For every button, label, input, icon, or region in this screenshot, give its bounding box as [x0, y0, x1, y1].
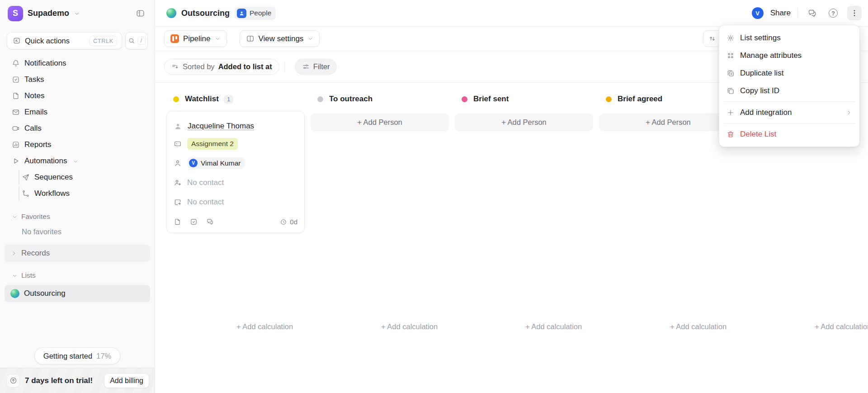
menu-item-copy-list-id[interactable]: Copy list ID: [722, 82, 857, 99]
note-icon[interactable]: [174, 218, 181, 226]
assignment-tag[interactable]: Assignment 2: [187, 138, 238, 150]
getting-started-button[interactable]: Getting started 17%: [34, 347, 120, 365]
lists-label: Lists: [21, 271, 36, 279]
user-avatar[interactable]: V: [752, 7, 764, 19]
add-person-button[interactable]: + Add Person: [455, 114, 593, 131]
column-header[interactable]: Brief agreed: [599, 90, 737, 108]
add-person-button[interactable]: + Add Person: [311, 114, 449, 131]
bell-icon: [12, 59, 20, 67]
person-card[interactable]: Jacqueline Thomas Assignment 2 V Vimal K…: [166, 111, 305, 233]
menu-item-delete-list[interactable]: Delete List: [722, 125, 857, 143]
card-footer: 0d: [174, 212, 297, 232]
column-header[interactable]: Watchlist 1: [166, 90, 305, 108]
menu-item-label: List settings: [740, 33, 781, 43]
column-name: Brief agreed: [618, 95, 662, 104]
grid-dots-icon: [726, 52, 735, 60]
chat-icon[interactable]: [805, 6, 819, 20]
report-icon: [12, 141, 20, 149]
sidebar-toggle-icon[interactable]: [133, 7, 147, 20]
trash-icon: [726, 130, 735, 138]
add-calculation-button[interactable]: + Add calculation: [381, 322, 438, 331]
sidebar-item-automations[interactable]: Automations: [5, 153, 150, 169]
menu-item-list-settings[interactable]: List settings: [722, 29, 857, 47]
add-billing-button[interactable]: Add billing: [104, 373, 149, 388]
sidebar-item-label: Emails: [24, 108, 47, 117]
help-icon[interactable]: ?: [826, 6, 840, 20]
view-settings-label: View settings: [259, 34, 304, 43]
status-dot: [173, 96, 179, 102]
sort-value: Added to list at: [218, 62, 272, 71]
filter-button[interactable]: Filter: [295, 59, 337, 75]
chevron-down-icon: [12, 273, 18, 279]
sorted-by-button[interactable]: Sorted by Added to list at: [164, 59, 279, 75]
sidebar-item-label: Tasks: [24, 75, 44, 84]
workspace-name[interactable]: Supademo: [28, 9, 69, 18]
column-name: Watchlist: [185, 95, 219, 104]
sidebar-item-notes[interactable]: Notes: [5, 88, 150, 104]
gear-icon: [726, 34, 735, 42]
sidebar-item-label: Calls: [24, 124, 42, 133]
chevron-down-icon: [307, 36, 313, 42]
add-calculation-button[interactable]: + Add calculation: [236, 322, 293, 331]
sidebar-item-records[interactable]: Records: [5, 245, 150, 262]
menu-item-manage-attributes[interactable]: Manage attributes: [722, 47, 857, 64]
owner-pill[interactable]: V Vimal Kumar: [187, 157, 245, 169]
sidebar-item-workflows[interactable]: Workflows: [5, 185, 150, 202]
pipeline-view-button[interactable]: Pipeline: [164, 30, 227, 47]
column-header[interactable]: Brief sent: [455, 90, 593, 108]
workspace-header: S Supademo: [0, 0, 155, 27]
filter-label: Filter: [313, 62, 330, 71]
card-age: 0d: [290, 218, 297, 226]
share-button[interactable]: Share: [770, 9, 791, 18]
getting-started-percent: 17%: [96, 352, 111, 360]
main-area: Outsourcing People V Share ?: [155, 0, 868, 393]
person-outline-icon: [174, 159, 182, 167]
sidebar-search-row: Quick actions CTRLK /: [7, 32, 148, 49]
status-dot: [606, 96, 612, 102]
search-button[interactable]: /: [125, 32, 148, 49]
kanban-column-brief-agreed: Brief agreed + Add Person: [599, 90, 737, 233]
pipeline-label: Pipeline: [183, 34, 211, 43]
menu-item-duplicate-list[interactable]: Duplicate list: [722, 64, 857, 82]
quick-actions-button[interactable]: Quick actions CTRLK: [7, 32, 122, 49]
chevron-down-icon[interactable]: [74, 10, 80, 17]
copy-icon: [726, 87, 735, 95]
object-badge-people[interactable]: People: [235, 7, 276, 20]
sidebar-item-notifications[interactable]: Notifications: [5, 55, 150, 71]
sidebar-item-reports[interactable]: Reports: [5, 137, 150, 153]
sidebar-item-label: Reports: [24, 140, 52, 149]
kebab-menu-icon[interactable]: [847, 6, 862, 20]
sidebar-item-tasks[interactable]: Tasks: [5, 71, 150, 88]
add-calculation-button[interactable]: + Add calculation: [670, 322, 726, 331]
send-icon: [22, 173, 30, 181]
chevron-down-icon[interactable]: [73, 159, 78, 164]
person-badge-icon: [237, 9, 246, 18]
column-header[interactable]: To outreach: [311, 90, 449, 108]
workspace-logo[interactable]: S: [8, 6, 23, 21]
divider: [797, 8, 798, 18]
check-square-icon[interactable]: [190, 218, 198, 226]
sidebar-item-calls[interactable]: Calls: [5, 120, 150, 137]
owner-avatar: V: [189, 159, 198, 167]
add-calculation-button[interactable]: + Add calculation: [525, 322, 582, 331]
slash-shortcut: /: [137, 37, 146, 45]
lists-section-header[interactable]: Lists: [5, 267, 150, 284]
card-person-name[interactable]: Jacqueline Thomas: [188, 122, 254, 131]
view-settings-button[interactable]: View settings: [240, 30, 320, 47]
sidebar-item-emails[interactable]: Emails: [5, 104, 150, 120]
add-person-button[interactable]: + Add Person: [599, 114, 737, 131]
trial-message: 7 days left on trial!: [25, 376, 93, 385]
chevron-right-icon: [846, 109, 852, 116]
favorites-section-header[interactable]: Favorites: [5, 208, 150, 225]
menu-item-label: Copy list ID: [740, 86, 779, 95]
column-count-badge: 1: [224, 95, 234, 104]
status-dot: [317, 96, 323, 102]
sidebar-item-sequences[interactable]: Sequences: [5, 169, 150, 185]
sidebar-item-label: Sequences: [34, 173, 73, 182]
add-calculation-button[interactable]: + Add calculation: [815, 322, 868, 331]
video-icon: [12, 124, 20, 133]
chat-icon[interactable]: [206, 218, 214, 226]
menu-item-add-integration[interactable]: Add integration: [722, 104, 857, 121]
sidebar-item-outsourcing[interactable]: Outsourcing: [5, 285, 150, 302]
getting-started-label: Getting started: [43, 352, 92, 360]
